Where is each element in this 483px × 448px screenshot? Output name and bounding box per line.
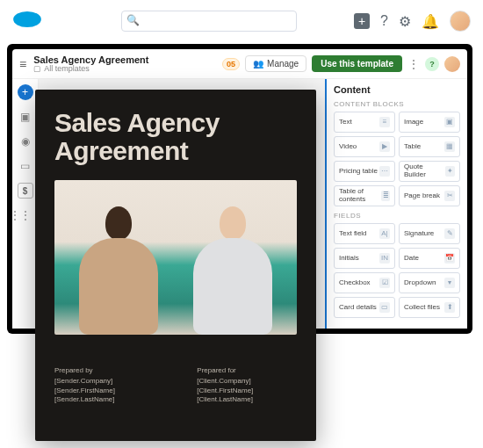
block-label: Pricing table (339, 168, 378, 176)
block-icon: ✦ (445, 166, 455, 177)
field-block[interactable]: Checkbox☑ (334, 272, 395, 293)
block-label: Video (339, 143, 357, 151)
block-icon: ☑ (379, 278, 390, 288)
field-block[interactable]: Text fieldA| (334, 223, 395, 244)
block-label: Initials (339, 255, 359, 263)
global-nav: 🔍 + ? ⚙ 🔔 (0, 0, 483, 42)
field-block[interactable]: Collect files⬆ (399, 297, 460, 318)
help-badge[interactable]: ? (425, 57, 439, 71)
field-block[interactable]: InitialsIN (334, 248, 395, 269)
template-header: ≡ Sales Agency Agreement ▢All templates … (12, 49, 467, 79)
content-block[interactable]: Text≡ (334, 112, 395, 133)
camera-icon[interactable]: ◉ (18, 134, 33, 149)
breadcrumb[interactable]: ▢All templates (33, 65, 148, 74)
block-icon: ⬆ (444, 302, 455, 313)
settings-gear-icon[interactable]: ⚙ (399, 13, 411, 30)
content-block[interactable]: Pricing table⋯ (334, 161, 395, 182)
block-icon: ✂ (444, 191, 455, 201)
field-block[interactable]: Card details▭ (334, 297, 395, 318)
apps-grid-icon[interactable]: ⋮⋮⋮ (18, 207, 33, 223)
block-icon: ≡ (379, 117, 390, 127)
block-label: Table (404, 143, 421, 151)
block-label: Card details (339, 304, 377, 312)
content-block[interactable]: Table▦ (399, 136, 460, 157)
block-label: Collect files (404, 304, 440, 312)
variables-icon[interactable]: ▭ (18, 158, 33, 174)
template-title: Sales Agency Agreement (33, 54, 148, 65)
block-label: Dropdown (404, 279, 436, 287)
doc-title: Sales Agency Agreement (54, 109, 297, 164)
more-menu-icon[interactable]: ⋮ (407, 57, 420, 71)
help-icon[interactable]: ? (380, 13, 388, 29)
people-icon: 👥 (253, 59, 263, 69)
global-search: 🔍 (121, 11, 297, 32)
block-label: Text (339, 119, 352, 126)
content-panel: Content CONTENT BLOCKS Text≡Image▣Video▶… (325, 79, 467, 329)
block-label: Quote Builder (404, 163, 445, 179)
block-label: Page break (404, 192, 440, 200)
svg-point-2 (26, 13, 40, 24)
block-icon: ✎ (444, 228, 455, 239)
section-content-blocks: CONTENT BLOCKS (334, 100, 460, 108)
folder-icon: ▢ (33, 65, 41, 74)
content-block[interactable]: Video▶ (334, 136, 395, 157)
salesforce-logo (12, 9, 42, 33)
svg-point-1 (15, 15, 27, 25)
field-block[interactable]: Signature✎ (399, 223, 460, 244)
block-icon: ▣ (444, 117, 455, 127)
pricing-icon[interactable]: $ (18, 183, 33, 199)
content-block[interactable]: Page break✂ (399, 185, 460, 206)
search-input[interactable] (121, 11, 297, 32)
hamburger-icon[interactable]: ≡ (19, 57, 26, 71)
block-label: Checkbox (339, 279, 371, 287)
content-block[interactable]: Quote Builder✦ (399, 161, 460, 182)
block-icon: ⋯ (379, 166, 390, 177)
search-icon: 🔍 (126, 14, 140, 26)
user-avatar[interactable] (450, 11, 471, 32)
prepared-by: Prepared by [Sender.Company] [Sender.Fir… (54, 366, 162, 403)
doc-hero-image (54, 180, 297, 335)
content-block[interactable]: Table of contents≣ (334, 185, 395, 206)
block-icon: ▦ (444, 141, 455, 152)
section-fields: FIELDS (334, 212, 460, 220)
use-template-button[interactable]: Use this template (312, 55, 402, 72)
block-icon: 📅 (444, 253, 455, 264)
field-block[interactable]: Date📅 (399, 248, 460, 269)
panel-title: Content (334, 84, 460, 95)
block-icon: ≣ (381, 191, 390, 201)
content-block[interactable]: Image▣ (399, 112, 460, 133)
header-avatar[interactable] (444, 56, 460, 72)
document-preview: Sales Agency Agreement Prepared by [Send… (35, 90, 316, 441)
block-icon: ▭ (379, 302, 390, 313)
manage-button[interactable]: 👥Manage (245, 55, 306, 72)
person-illustration (70, 194, 167, 335)
add-block-button[interactable]: + (18, 84, 33, 100)
recipient-badge[interactable]: 05 (222, 58, 240, 70)
contacts-icon[interactable]: ▣ (18, 109, 33, 125)
block-icon: ▾ (444, 278, 455, 288)
field-block[interactable]: Dropdown▾ (399, 272, 460, 293)
block-label: Image (404, 119, 423, 126)
block-label: Table of contents (339, 188, 381, 204)
block-label: Text field (339, 230, 367, 238)
block-icon: ▶ (379, 141, 390, 152)
block-label: Signature (404, 230, 434, 238)
notifications-bell-icon[interactable]: 🔔 (422, 13, 439, 30)
person-illustration (184, 194, 281, 335)
add-icon[interactable]: + (354, 13, 370, 29)
block-icon: A| (379, 228, 390, 239)
block-label: Date (404, 255, 419, 263)
block-icon: IN (379, 253, 390, 264)
prepared-for: Prepared for [Client.Company] [Client.Fi… (197, 366, 297, 403)
